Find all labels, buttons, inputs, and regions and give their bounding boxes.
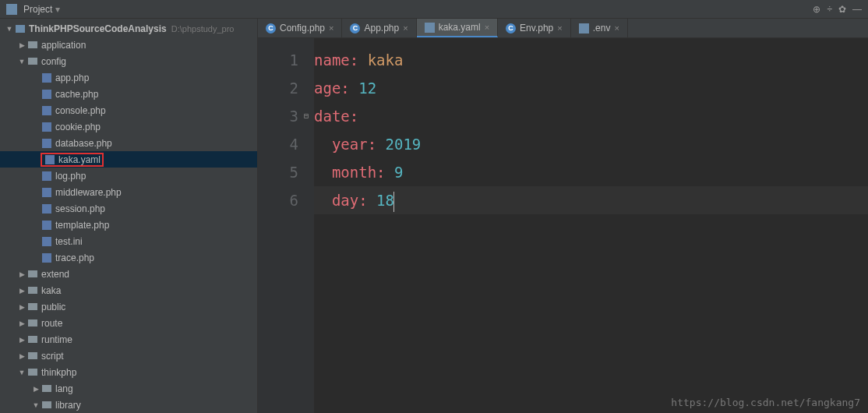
tree-item-cache-php[interactable]: cache.php bbox=[0, 86, 257, 102]
close-icon[interactable]: × bbox=[403, 23, 408, 33]
line-number: 6 bbox=[258, 186, 298, 214]
chevron-down-icon[interactable]: ▼ bbox=[31, 401, 41, 410]
tree-label: session.php bbox=[55, 203, 105, 214]
tree-item-thinkphp[interactable]: ▼thinkphp bbox=[0, 364, 257, 380]
tree-label: thinkphp bbox=[41, 367, 76, 378]
token: name: bbox=[314, 51, 358, 69]
token: 2019 bbox=[386, 136, 422, 153]
divide-icon[interactable]: ÷ bbox=[827, 4, 832, 15]
project-tree: ▼ ThinkPHPSourceCodeAnalysis D:\phpstudy… bbox=[0, 19, 257, 413]
tree-item-database-php[interactable]: database.php bbox=[0, 135, 257, 151]
tab-App-php[interactable]: CApp.php× bbox=[342, 19, 416, 37]
tree-item-console-php[interactable]: console.php bbox=[0, 102, 257, 118]
spacer bbox=[31, 253, 41, 263]
spacer bbox=[31, 204, 41, 214]
tree-item-extend[interactable]: ▶extend bbox=[0, 266, 257, 282]
toolbar-title[interactable]: Project ▾ bbox=[6, 4, 60, 15]
tree-item-kaka[interactable]: ▶kaka bbox=[0, 282, 257, 298]
chevron-down-icon[interactable]: ▼ bbox=[17, 368, 26, 377]
code-line[interactable]: age: 12 bbox=[314, 74, 868, 102]
yaml-icon bbox=[44, 154, 56, 165]
tree-item-public[interactable]: ▶public bbox=[0, 298, 257, 315]
tree-item-runtime[interactable]: ▶runtime bbox=[0, 331, 257, 348]
close-icon[interactable]: × bbox=[329, 23, 333, 33]
line-number: 2 bbox=[258, 74, 298, 102]
code-line[interactable]: name: kaka bbox=[314, 46, 868, 74]
tree-label: application bbox=[41, 40, 86, 51]
yaml-icon bbox=[425, 23, 435, 33]
token bbox=[314, 164, 332, 181]
code-line[interactable]: day: 18 bbox=[314, 186, 868, 214]
token: kaka bbox=[368, 51, 404, 69]
token bbox=[314, 192, 332, 209]
code-line[interactable]: month: 9 bbox=[314, 158, 868, 186]
token: 18 bbox=[376, 192, 394, 209]
tree-item-template-php[interactable]: template.php bbox=[0, 217, 257, 233]
tree-item-kaka-yaml[interactable]: kaka.yaml bbox=[0, 151, 257, 168]
token bbox=[386, 164, 394, 181]
tab-label: .env bbox=[593, 23, 611, 34]
collapse-icon[interactable]: ⊕ bbox=[813, 4, 820, 15]
tree-item-middleware-php[interactable]: middleware.php bbox=[0, 184, 257, 200]
chevron-right-icon[interactable]: ▶ bbox=[17, 319, 26, 328]
chevron-right-icon[interactable]: ▶ bbox=[17, 41, 26, 50]
folder-icon bbox=[26, 351, 39, 362]
fold-icon[interactable]: ⊟ bbox=[302, 102, 311, 130]
tree-item-route[interactable]: ▶route bbox=[0, 315, 257, 331]
tree-label: route bbox=[41, 318, 62, 329]
php-icon bbox=[41, 105, 53, 116]
tree-item-test-ini[interactable]: test.ini bbox=[0, 233, 257, 249]
watermark: https://blog.csdn.net/fangkang7 bbox=[671, 397, 860, 408]
chevron-right-icon[interactable]: ▶ bbox=[17, 335, 26, 344]
token: date: bbox=[314, 108, 358, 125]
chevron-down-icon[interactable]: ▼ bbox=[17, 57, 26, 66]
tree-item-app-php[interactable]: app.php bbox=[0, 69, 257, 86]
code-line[interactable]: year: 2019 bbox=[314, 130, 868, 158]
tree-label: extend bbox=[41, 269, 69, 280]
dropdown-icon[interactable]: ▾ bbox=[55, 4, 60, 15]
tree-item-session-php[interactable]: session.php bbox=[0, 200, 257, 217]
tree-label: test.ini bbox=[55, 236, 83, 247]
spacer bbox=[31, 171, 41, 181]
editor-tabs: CConfig.php×CApp.php×kaka.yaml×CEnv.php×… bbox=[258, 19, 868, 38]
chevron-right-icon[interactable]: ▶ bbox=[31, 384, 41, 394]
tree-item-log-php[interactable]: log.php bbox=[0, 168, 257, 184]
code-editor[interactable]: 123456 name: kakaage: 12⊟date: year: 201… bbox=[258, 38, 868, 413]
tree-item-script[interactable]: ▶script bbox=[0, 348, 257, 364]
token: 9 bbox=[394, 164, 403, 181]
close-icon[interactable]: × bbox=[485, 23, 489, 32]
chevron-right-icon[interactable]: ▶ bbox=[17, 270, 26, 279]
php-class-icon: C bbox=[266, 23, 276, 34]
hide-icon[interactable]: — bbox=[852, 4, 862, 15]
tree-label: lang bbox=[55, 383, 73, 394]
chevron-right-icon[interactable]: ▶ bbox=[17, 302, 26, 312]
tab-kaka-yaml[interactable]: kaka.yaml× bbox=[417, 19, 498, 37]
code-line[interactable]: ⊟date: bbox=[314, 102, 868, 130]
tree-item-application[interactable]: ▶application bbox=[0, 37, 257, 53]
tree-label: console.php bbox=[55, 105, 106, 116]
chevron-right-icon[interactable]: ▶ bbox=[17, 351, 26, 361]
close-icon[interactable]: × bbox=[557, 23, 562, 33]
close-icon[interactable]: × bbox=[614, 23, 619, 33]
tree-label: database.php bbox=[55, 138, 112, 149]
tree-item-library[interactable]: ▼library bbox=[0, 397, 257, 413]
tab--env[interactable]: .env× bbox=[571, 19, 628, 37]
gear-icon[interactable]: ✿ bbox=[838, 4, 846, 15]
chevron-down-icon[interactable]: ▼ bbox=[5, 24, 14, 34]
tree-root[interactable]: ▼ ThinkPHPSourceCodeAnalysis D:\phpstudy… bbox=[0, 20, 257, 37]
file-icon bbox=[579, 23, 589, 34]
tree-item-lang[interactable]: ▶lang bbox=[0, 380, 257, 397]
tree-label: kaka bbox=[41, 285, 61, 296]
text-cursor bbox=[393, 192, 394, 212]
tree-item-config[interactable]: ▼config bbox=[0, 53, 257, 69]
tab-Env-php[interactable]: CEnv.php× bbox=[498, 19, 571, 37]
project-folder-icon bbox=[14, 23, 26, 34]
spacer bbox=[31, 188, 41, 197]
tab-Config-php[interactable]: CConfig.php× bbox=[258, 19, 342, 37]
spacer bbox=[31, 237, 41, 246]
code-area[interactable]: name: kakaage: 12⊟date: year: 2019 month… bbox=[314, 38, 868, 413]
chevron-right-icon[interactable]: ▶ bbox=[17, 286, 26, 295]
tree-item-cookie-php[interactable]: cookie.php bbox=[0, 118, 257, 135]
tree-item-trace-php[interactable]: trace.php bbox=[0, 249, 257, 266]
spacer bbox=[31, 90, 41, 99]
